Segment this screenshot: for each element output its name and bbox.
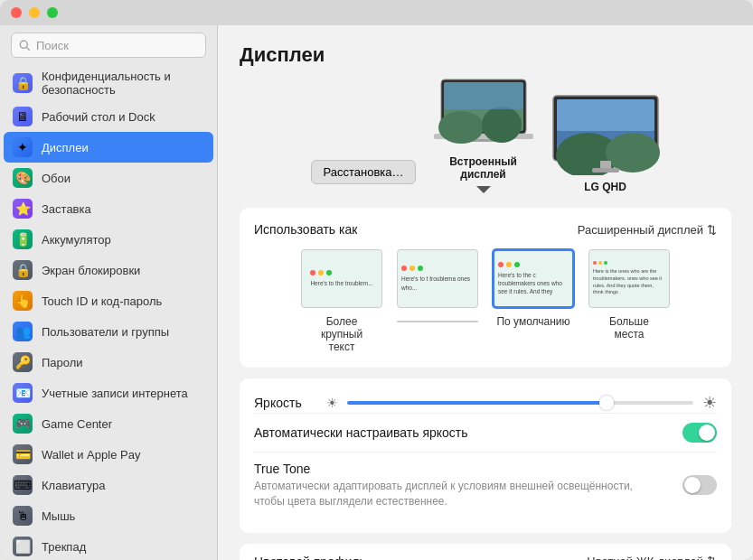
battery-icon: 🔋: [13, 229, 33, 249]
res-option-more-space[interactable]: Here is the ones who are the troublemake…: [588, 249, 670, 353]
maximize-button[interactable]: [47, 7, 58, 18]
brightness-label: Яркость: [254, 396, 317, 410]
wallpaper-icon: 🎨: [13, 168, 33, 188]
screensaver-icon: ⭐: [13, 199, 33, 219]
sidebar-list: 🔒Конфиденциальность и безопасность🖥Рабоч…: [0, 65, 217, 560]
sidebar-item-keyboard[interactable]: ⌨Клавиатура: [4, 470, 213, 500]
res-option-larger-text[interactable]: Here's to the troublem... Болеекрупныйте…: [301, 249, 382, 353]
brightness-slider-track: [347, 401, 693, 405]
keyboard-label: Клавиатура: [42, 479, 105, 492]
desktop-icon: 🖥: [13, 107, 33, 126]
minimize-button[interactable]: [29, 7, 40, 18]
res-label-more-space: Большеместа: [609, 315, 649, 341]
brightness-slider-container[interactable]: [347, 394, 693, 412]
search-container: Поиск: [0, 25, 217, 65]
svg-rect-11: [557, 99, 654, 131]
main-panel: Дисплеи Расстановка…: [218, 25, 753, 560]
trackpad-label: Трекпад: [42, 540, 86, 554]
search-icon: [19, 40, 31, 51]
sidebar-item-wallet[interactable]: 💳Wallet и Apple Pay: [4, 439, 213, 470]
res-option-default[interactable]: Here's to the c troublemakers ones who s…: [493, 249, 574, 353]
use-as-dropdown[interactable]: Расширенный дисплей ⇅: [578, 223, 717, 237]
mouse-label: Мышь: [42, 509, 75, 523]
lgqhd-display-label: LG QHD: [584, 181, 626, 193]
true-tone-desc: Автоматически адаптировать дисплей к усл…: [254, 479, 664, 509]
svg-line-1: [27, 47, 30, 50]
brightness-card: Яркость ☀ ☀ Автоматически настраивать яр…: [240, 378, 731, 533]
res-preview-more-space: Here is the ones who are the troublemake…: [588, 249, 670, 308]
gamecenter-icon: 🎮: [13, 414, 33, 434]
search-placeholder: Поиск: [36, 39, 69, 52]
system-preferences-window: Поиск 🔒Конфиденциальность и безопасность…: [0, 0, 753, 560]
sidebar-item-displays[interactable]: ✦Дисплеи: [4, 132, 213, 163]
true-tone-knob: [684, 477, 701, 493]
sidebar-item-passwords[interactable]: 🔑Пароли: [4, 347, 213, 378]
color-profile-label: Цветовой профиль: [254, 555, 366, 560]
monitor-display-icon: [551, 94, 660, 175]
svg-point-7: [482, 107, 522, 143]
privacy-icon: 🔒: [13, 73, 33, 93]
lgqhd-display-item: LG QHD: [551, 94, 660, 193]
gamecenter-label: Game Center: [42, 417, 112, 431]
sidebar-item-gamecenter[interactable]: 🎮Game Center: [4, 408, 213, 439]
use-as-value: Расширенный дисплей: [578, 223, 703, 237]
sidebar-item-privacy[interactable]: 🔒Конфиденциальность и безопасность: [4, 65, 213, 101]
res-preview-larger-text: Here's to the troublem...: [301, 249, 382, 308]
page-title: Дисплеи: [218, 25, 753, 78]
color-profile-dropdown[interactable]: Цветной ЖК-дисплей ⇅: [587, 555, 717, 560]
brightness-low-icon: ☀: [326, 396, 338, 410]
res-preview-default: Here's to the c troublemakers ones who s…: [493, 249, 574, 308]
sidebar-item-wallpaper[interactable]: 🎨Обои: [4, 163, 213, 193]
privacy-label: Конфиденциальность и безопасность: [42, 70, 204, 97]
touchid-icon: 👆: [13, 291, 33, 311]
res-option-2[interactable]: Here's to t troublema ones who...: [397, 249, 478, 353]
resolution-header: Использовать как Расширенный дисплей ⇅: [254, 222, 717, 237]
color-profile-row: Цветовой профиль Цветной ЖК-дисплей ⇅: [240, 544, 731, 560]
passwords-label: Пароли: [42, 356, 83, 369]
true-tone-row: True Tone Автоматически адаптировать дис…: [254, 452, 717, 518]
builtin-display-label: Встроенныйдисплей: [449, 155, 517, 181]
users-label: Пользователи и группы: [42, 325, 169, 339]
svg-point-6: [438, 111, 484, 144]
dropdown-arrows-icon: ⇅: [707, 223, 717, 237]
sidebar-item-lockscreen[interactable]: 🔒Экран блокировки: [4, 255, 213, 285]
auto-brightness-row: Автоматически настраивать яркость: [254, 413, 717, 452]
sidebar-item-battery[interactable]: 🔋Аккумулятор: [4, 224, 213, 255]
lockscreen-label: Экран блокировки: [42, 264, 140, 277]
sidebar-item-screensaver[interactable]: ⭐Заставка: [4, 193, 213, 224]
res-label-larger-text: Болеекрупныйтекст: [321, 315, 362, 353]
sidebar-item-accounts[interactable]: 📧Учетные записи интернета: [4, 378, 213, 408]
res-slider-line: [397, 321, 478, 322]
active-display-indicator: [476, 186, 491, 193]
arrange-button[interactable]: Расстановка…: [311, 160, 415, 184]
search-box[interactable]: Поиск: [11, 33, 206, 58]
sidebar-item-mouse[interactable]: 🖱Мышь: [4, 500, 213, 531]
builtin-display-item: Встроенныйдисплей: [434, 78, 533, 193]
res-preview-2: Here's to t troublema ones who...: [397, 249, 478, 308]
displays-label: Дисплеи: [42, 141, 89, 154]
use-as-label: Использовать как: [254, 222, 357, 237]
svg-rect-8: [444, 82, 523, 109]
accounts-icon: 📧: [13, 383, 33, 403]
panel-content: Расстановка…: [218, 78, 753, 560]
passwords-icon: 🔑: [13, 352, 33, 372]
sidebar-item-touchid[interactable]: 👆Touch ID и код-пароль: [4, 285, 213, 316]
sidebar-item-desktop[interactable]: 🖥Рабочий стол и Dock: [4, 101, 213, 132]
close-button[interactable]: [11, 7, 22, 18]
true-tone-toggle[interactable]: [682, 475, 717, 495]
displays-icon: ✦: [13, 137, 33, 157]
resolution-options: Here's to the troublem... Болеекрупныйте…: [254, 249, 717, 353]
auto-brightness-knob: [699, 425, 715, 441]
keyboard-icon: ⌨: [13, 475, 33, 495]
svg-point-13: [606, 133, 660, 173]
brightness-row: Яркость ☀ ☀: [254, 393, 717, 413]
accounts-label: Учетные записи интернета: [42, 387, 188, 400]
screensaver-label: Заставка: [42, 202, 91, 216]
titlebar: [0, 0, 753, 25]
sidebar-item-trackpad[interactable]: ⬜Трекпад: [4, 531, 213, 560]
sidebar-item-users[interactable]: 👥Пользователи и группы: [4, 316, 213, 347]
auto-brightness-toggle[interactable]: [682, 423, 717, 443]
svg-rect-15: [592, 168, 619, 173]
true-tone-label: True Tone: [254, 462, 664, 476]
laptop-display-icon: [434, 78, 533, 150]
